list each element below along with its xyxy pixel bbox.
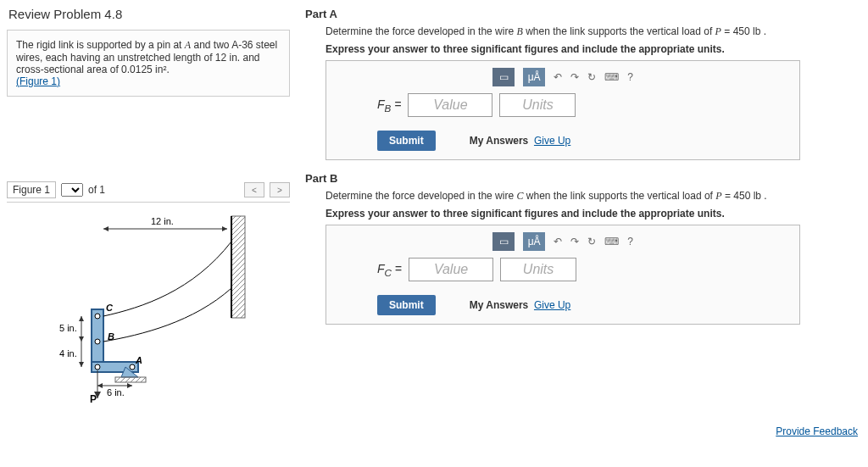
figure-next-button[interactable]: > (270, 182, 290, 197)
template-icon[interactable]: ▭ (492, 68, 515, 86)
svg-text:5 in.: 5 in. (59, 323, 77, 333)
value-input[interactable]: Value (409, 258, 493, 281)
my-answers-link[interactable]: My Answers (470, 135, 529, 147)
keyboard-icon[interactable]: ⌨ (604, 71, 619, 83)
page-title: Review Problem 4.8 (0, 0, 297, 28)
part-b-answer-box: ▭ μÅ ↶ ↷ ↻ ⌨ ? FC = Value Units Submit M… (326, 225, 800, 325)
svg-point-4 (95, 314, 100, 319)
units-input[interactable]: Units (500, 258, 576, 281)
reset-icon[interactable]: ↻ (587, 236, 596, 247)
units-input[interactable]: Units (499, 93, 576, 117)
template-icon[interactable]: ▭ (492, 232, 515, 251)
special-chars-button[interactable]: μÅ (523, 232, 545, 251)
part-a-question: Determine the force developed in the wir… (326, 25, 865, 38)
part-b-question: Determine the force developed in the wir… (326, 190, 865, 203)
text: . (166, 64, 169, 75)
svg-text:P: P (90, 393, 97, 403)
svg-text:A: A (135, 355, 142, 365)
var-label-fb: FB = (377, 97, 401, 114)
svg-rect-0 (231, 216, 245, 318)
give-up-link[interactable]: Give Up (534, 299, 570, 311)
svg-text:12 in.: 12 in. (151, 216, 174, 226)
part-b-title: Part B (305, 172, 865, 185)
part-a-instruction: Express your answer to three significant… (326, 43, 865, 55)
part-a-title: Part A (305, 8, 865, 20)
svg-text:6 in.: 6 in. (107, 387, 125, 398)
svg-point-6 (95, 364, 100, 370)
keyboard-icon[interactable]: ⌨ (604, 236, 619, 247)
svg-text:C: C (106, 303, 114, 313)
svg-text:B: B (108, 331, 114, 342)
unit: in² (155, 64, 166, 75)
problem-statement: The rigid link is supported by a pin at … (7, 30, 290, 97)
give-up-link[interactable]: Give Up (534, 135, 570, 147)
figure-of: of 1 (88, 184, 105, 196)
help-button[interactable]: ? (627, 71, 633, 83)
reset-icon[interactable]: ↻ (587, 71, 596, 83)
submit-button[interactable]: Submit (377, 131, 436, 151)
special-chars-button[interactable]: μÅ (523, 68, 545, 86)
figure-prev-button[interactable]: < (244, 182, 264, 197)
svg-rect-8 (115, 377, 146, 382)
figure-area: 12 in. 5 in. 4 in. 6 in. C B A P (7, 202, 290, 414)
part-b-instruction: Express your answer to three significant… (326, 208, 865, 220)
help-button[interactable]: ? (627, 236, 633, 247)
figure-select[interactable] (61, 183, 83, 197)
part-a-answer-box: ▭ μÅ ↶ ↷ ↻ ⌨ ? FB = Value Units Submit M… (326, 60, 800, 160)
unit: in. (230, 52, 241, 64)
text: The rigid link is supported by a pin at (16, 39, 185, 51)
figure-label: Figure 1 (7, 181, 56, 198)
undo-icon[interactable]: ↶ (554, 236, 562, 247)
provide-feedback-link[interactable]: Provide Feedback (776, 425, 858, 437)
svg-point-5 (95, 339, 100, 344)
var-label-fc: FC = (377, 262, 402, 278)
undo-icon[interactable]: ↶ (554, 71, 562, 83)
redo-icon[interactable]: ↷ (570, 71, 579, 83)
svg-point-7 (130, 364, 135, 370)
value-input[interactable]: Value (408, 93, 492, 117)
svg-text:4 in.: 4 in. (59, 348, 77, 359)
redo-icon[interactable]: ↷ (570, 236, 579, 247)
figure-diagram: 12 in. 5 in. 4 in. 6 in. C B A P (41, 208, 261, 403)
submit-button[interactable]: Submit (377, 295, 436, 315)
my-answers-link[interactable]: My Answers (470, 299, 529, 311)
figure-link[interactable]: (Figure 1) (16, 75, 60, 87)
